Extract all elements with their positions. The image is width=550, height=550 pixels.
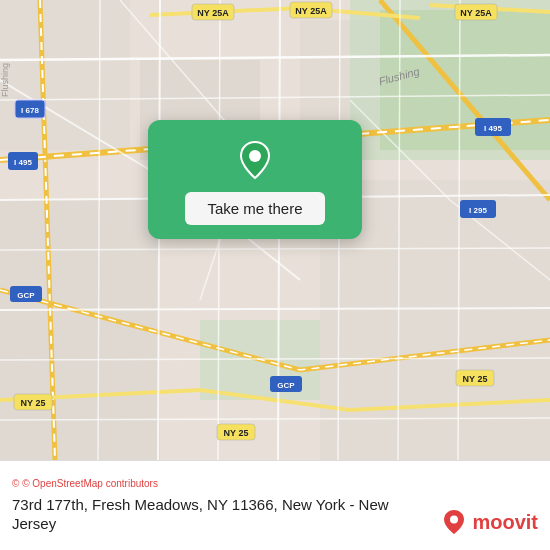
location-pin-icon bbox=[233, 138, 277, 182]
copyright-symbol: © bbox=[12, 478, 19, 489]
map-container: NY 25A NY 25A NY 25A I 678 I 495 I 495 I… bbox=[0, 0, 550, 460]
svg-text:I 495: I 495 bbox=[14, 158, 32, 167]
svg-text:NY 25A: NY 25A bbox=[197, 8, 229, 18]
svg-text:NY 25: NY 25 bbox=[224, 428, 249, 438]
svg-text:Flushing: Flushing bbox=[0, 63, 10, 97]
moovit-icon bbox=[440, 508, 468, 536]
svg-text:GCP: GCP bbox=[277, 381, 295, 390]
svg-point-51 bbox=[450, 516, 458, 524]
svg-text:GCP: GCP bbox=[17, 291, 35, 300]
moovit-logo: moovit bbox=[440, 508, 538, 536]
svg-rect-4 bbox=[0, 200, 160, 460]
moovit-text: moovit bbox=[472, 511, 538, 534]
footer: © © OpenStreetMap contributors 73rd 177t… bbox=[0, 460, 550, 550]
svg-text:NY 25A: NY 25A bbox=[460, 8, 492, 18]
take-me-there-button[interactable]: Take me there bbox=[185, 192, 324, 225]
osm-credit: © © OpenStreetMap contributors bbox=[12, 478, 538, 489]
address-line: 73rd 177th, Fresh Meadows, NY 11366, New… bbox=[12, 495, 412, 534]
svg-text:NY 25: NY 25 bbox=[21, 398, 46, 408]
svg-text:I 295: I 295 bbox=[469, 206, 487, 215]
osm-credit-text: © OpenStreetMap contributors bbox=[22, 478, 158, 489]
svg-text:NY 25: NY 25 bbox=[463, 374, 488, 384]
svg-text:I 495: I 495 bbox=[484, 124, 502, 133]
svg-text:NY 25A: NY 25A bbox=[295, 6, 327, 16]
svg-rect-1 bbox=[0, 0, 130, 150]
svg-point-50 bbox=[249, 150, 261, 162]
svg-text:I 678: I 678 bbox=[21, 106, 39, 115]
location-card: Take me there bbox=[148, 120, 362, 239]
